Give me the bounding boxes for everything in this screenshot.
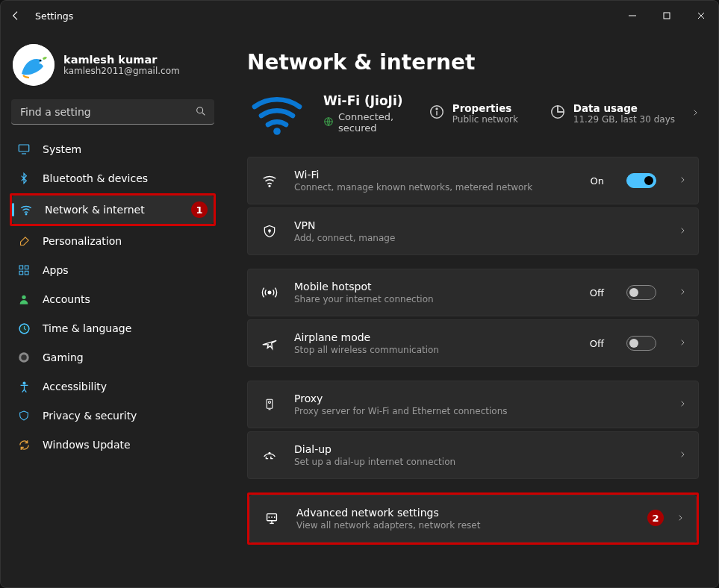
sidebar-item-system[interactable]: System xyxy=(10,135,216,163)
sidebar-item-label: Apps xyxy=(43,264,208,276)
connection-name: Wi-Fi (JioJi) xyxy=(323,93,412,108)
card-title: Advanced network settings xyxy=(296,507,654,519)
avatar xyxy=(13,44,55,86)
search-input[interactable] xyxy=(11,99,214,125)
globe-icon xyxy=(323,116,334,129)
system-icon xyxy=(17,143,31,156)
svg-point-21 xyxy=(273,128,281,135)
sidebar-item-gaming[interactable]: Gaming xyxy=(10,343,216,372)
shield-icon xyxy=(260,224,279,239)
svg-point-25 xyxy=(436,108,438,110)
sidebar-item-time[interactable]: Time & language xyxy=(10,314,216,343)
sidebar: kamlesh kumar kamlesh2011@gmail.com Syst… xyxy=(1,31,225,587)
connection-status: Connected, secured xyxy=(338,111,412,134)
hotspot-state-label: Off xyxy=(590,287,604,298)
card-title: Dial-up xyxy=(294,443,656,455)
search-box[interactable] xyxy=(11,99,214,125)
gaming-icon xyxy=(17,351,31,364)
chevron-right-icon[interactable] xyxy=(691,107,699,121)
chevron-right-icon xyxy=(679,337,686,351)
sidebar-item-network[interactable]: Network & internet 1 xyxy=(12,196,214,224)
sidebar-item-privacy[interactable]: Privacy & security xyxy=(10,401,216,430)
properties-title: Properties xyxy=(452,102,518,114)
status-row: Wi-Fi (JioJi) Connected, secured Propert… xyxy=(247,91,699,136)
wifi-large-icon xyxy=(247,91,307,136)
sidebar-item-label: System xyxy=(43,143,208,155)
card-advanced[interactable]: Advanced network settings View all netwo… xyxy=(249,495,697,542)
svg-rect-1 xyxy=(664,13,670,19)
info-icon xyxy=(429,104,445,123)
svg-rect-11 xyxy=(19,266,23,269)
card-sub: Proxy server for Wi-Fi and Ethernet conn… xyxy=(294,406,656,416)
chart-icon xyxy=(550,104,566,123)
back-button[interactable] xyxy=(7,7,25,25)
usage-title: Data usage xyxy=(573,102,675,114)
card-sub: Share your internet connection xyxy=(294,294,575,304)
data-usage-link[interactable]: Data usage 11.29 GB, last 30 days xyxy=(550,102,675,125)
sidebar-item-label: Personalization xyxy=(43,235,208,247)
close-button[interactable] xyxy=(684,4,718,28)
card-airplane[interactable]: Airplane mode Stop all wireless communic… xyxy=(247,319,699,367)
airplane-toggle[interactable] xyxy=(626,336,656,351)
svg-point-19 xyxy=(21,354,27,360)
card-dialup[interactable]: Dial-up Set up a dial-up internet connec… xyxy=(247,431,699,479)
sidebar-item-label: Accessibility xyxy=(43,381,208,392)
svg-rect-14 xyxy=(25,271,28,275)
chevron-right-icon xyxy=(679,448,686,463)
properties-link[interactable]: Properties Public network xyxy=(429,102,533,125)
wifi-toggle[interactable] xyxy=(626,173,656,188)
chevron-right-icon xyxy=(679,398,686,412)
sidebar-item-label: Network & internet xyxy=(45,204,206,216)
card-sub: Stop all wireless communication xyxy=(294,345,575,355)
svg-rect-13 xyxy=(19,271,23,275)
svg-rect-12 xyxy=(25,266,28,269)
svg-point-6 xyxy=(197,107,203,113)
user-email: kamlesh2011@gmail.com xyxy=(63,66,180,76)
card-title: Proxy xyxy=(294,392,656,404)
sidebar-item-label: Accounts xyxy=(43,293,208,305)
hotspot-toggle[interactable] xyxy=(626,285,656,300)
airplane-state-label: Off xyxy=(590,338,604,349)
card-vpn[interactable]: VPN Add, connect, manage xyxy=(247,207,699,255)
sidebar-item-accounts[interactable]: Accounts xyxy=(10,285,216,313)
wifi-icon xyxy=(260,172,279,189)
usage-sub: 11.29 GB, last 30 days xyxy=(573,114,675,125)
svg-point-5 xyxy=(40,60,42,62)
wifi-state-label: On xyxy=(591,175,604,187)
chevron-right-icon xyxy=(679,286,686,300)
clock-icon xyxy=(17,322,31,335)
svg-line-7 xyxy=(202,113,205,115)
user-block[interactable]: kamlesh kumar kamlesh2011@gmail.com xyxy=(10,38,216,99)
main-panel: Network & internet Wi-Fi (JioJi) Connect… xyxy=(225,31,718,587)
sidebar-item-label: Bluetooth & devices xyxy=(43,172,208,184)
sidebar-item-accessibility[interactable]: Accessibility xyxy=(10,372,216,401)
svg-point-29 xyxy=(268,291,271,294)
card-title: Wi-Fi xyxy=(294,169,576,181)
minimize-button[interactable] xyxy=(615,4,650,28)
person-icon xyxy=(17,293,31,306)
svg-rect-8 xyxy=(19,145,29,151)
sidebar-item-personalization[interactable]: Personalization xyxy=(10,227,216,255)
card-sub: View all network adapters, network reset xyxy=(296,520,654,531)
titlebar: Settings xyxy=(1,1,718,31)
svg-point-17 xyxy=(19,324,29,334)
card-wifi[interactable]: Wi-Fi Connect, manage known networks, me… xyxy=(247,157,699,204)
svg-point-33 xyxy=(269,452,270,454)
card-sub: Set up a dial-up internet connection xyxy=(294,457,656,467)
card-hotspot[interactable]: Mobile hotspot Share your internet conne… xyxy=(247,269,699,316)
window-title: Settings xyxy=(35,10,73,22)
maximize-button[interactable] xyxy=(650,4,684,28)
sidebar-item-apps[interactable]: Apps xyxy=(10,256,216,284)
sidebar-item-bluetooth[interactable]: Bluetooth & devices xyxy=(10,164,216,193)
search-icon xyxy=(195,105,207,120)
update-icon xyxy=(17,438,31,451)
hotspot-icon xyxy=(260,284,279,301)
bluetooth-icon xyxy=(17,172,31,185)
card-sub: Add, connect, manage xyxy=(294,233,656,243)
svg-point-32 xyxy=(269,401,271,404)
card-proxy[interactable]: Proxy Proxy server for Wi-Fi and Etherne… xyxy=(247,381,699,428)
sidebar-item-label: Windows Update xyxy=(43,439,208,451)
page-title: Network & internet xyxy=(247,50,699,75)
network-adapter-icon xyxy=(262,510,281,527)
sidebar-item-update[interactable]: Windows Update xyxy=(10,431,216,459)
